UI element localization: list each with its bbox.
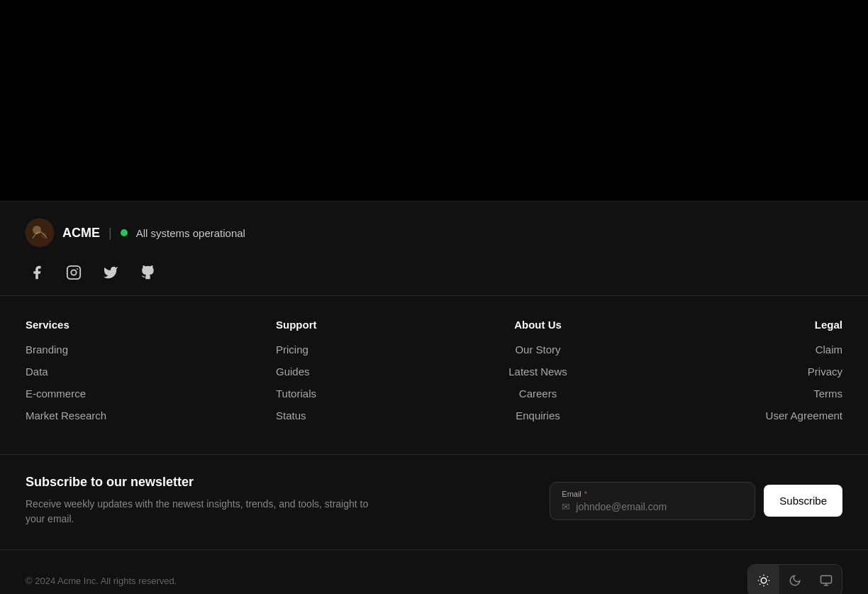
user-agreement-link[interactable]: User Agreement — [649, 409, 842, 422]
theme-switcher — [747, 564, 842, 594]
svg-line-14 — [767, 576, 768, 577]
copyright-text: © 2024 Acme Inc. All rights reserved. — [26, 576, 177, 586]
market-research-link[interactable]: Market Research — [26, 409, 219, 422]
guides-link[interactable]: Guides — [276, 365, 427, 378]
careers-link[interactable]: Careers — [441, 387, 635, 400]
tutorials-link[interactable]: Tutorials — [276, 387, 427, 400]
newsletter-title: Subscribe to our newsletter — [26, 475, 380, 490]
about-us-heading: About Us — [441, 319, 635, 331]
pricing-link[interactable]: Pricing — [276, 343, 427, 356]
latest-news-link[interactable]: Latest News — [441, 365, 635, 378]
ecommerce-link[interactable]: E-commerce — [26, 387, 219, 400]
enquiries-link[interactable]: Enquiries — [441, 409, 635, 422]
svg-point-5 — [77, 268, 78, 270]
brand-name: ACME — [62, 226, 100, 241]
footer-links-grid: Services Branding Data E-commerce Market… — [0, 296, 868, 455]
top-area — [0, 0, 868, 201]
privacy-link[interactable]: Privacy — [649, 365, 842, 378]
divider: | — [108, 226, 112, 241]
legal-column: Legal Claim Privacy Terms User Agreement — [649, 319, 842, 431]
subscribe-button[interactable]: Subscribe — [764, 485, 842, 517]
social-icons-row — [26, 261, 842, 284]
brand-row: ACME | All systems operational — [26, 219, 842, 247]
newsletter-left: Subscribe to our newsletter Receive week… — [26, 475, 380, 527]
required-marker: * — [584, 490, 587, 498]
svg-line-9 — [760, 576, 760, 577]
github-icon[interactable] — [136, 261, 159, 284]
footer-top: ACME | All systems operational — [0, 202, 868, 296]
legal-heading: Legal — [649, 319, 842, 331]
facebook-icon[interactable] — [26, 261, 48, 284]
our-story-link[interactable]: Our Story — [441, 343, 635, 356]
light-theme-button[interactable] — [748, 565, 779, 594]
newsletter-section: Subscribe to our newsletter Receive week… — [0, 455, 868, 550]
twitter-icon[interactable] — [99, 261, 122, 284]
terms-link[interactable]: Terms — [649, 387, 842, 400]
about-us-column: About Us Our Story Latest News Careers E… — [441, 319, 635, 431]
email-input-wrapper: Email * ✉ — [550, 482, 755, 520]
system-theme-button[interactable] — [811, 565, 842, 594]
instagram-icon[interactable] — [62, 261, 85, 284]
footer: ACME | All systems operational — [0, 201, 868, 594]
dark-theme-button[interactable] — [779, 565, 811, 594]
email-label: Email * — [562, 490, 743, 498]
data-link[interactable]: Data — [26, 365, 219, 378]
brand-logo — [26, 219, 54, 247]
status-link[interactable]: Status — [276, 409, 427, 422]
services-column: Services Branding Data E-commerce Market… — [26, 319, 219, 431]
newsletter-description: Receive weekly updates with the newest i… — [26, 497, 380, 527]
branding-link[interactable]: Branding — [26, 343, 219, 356]
email-field[interactable] — [576, 501, 743, 512]
email-input-row: ✉ — [562, 501, 743, 512]
support-column: Support Pricing Guides Tutorials Status — [233, 319, 427, 431]
services-heading: Services — [26, 319, 219, 331]
svg-rect-3 — [67, 266, 80, 279]
envelope-icon: ✉ — [562, 501, 570, 512]
claim-link[interactable]: Claim — [649, 343, 842, 356]
svg-point-6 — [761, 578, 767, 583]
svg-rect-15 — [821, 576, 832, 583]
svg-line-13 — [760, 584, 760, 585]
support-heading: Support — [276, 319, 427, 331]
status-indicator — [121, 229, 128, 236]
svg-point-4 — [71, 270, 76, 275]
newsletter-right: Email * ✉ Subscribe — [550, 482, 842, 520]
footer-bottom: © 2024 Acme Inc. All rights reserved. — [0, 550, 868, 594]
status-text: All systems operational — [136, 227, 245, 239]
svg-line-10 — [767, 584, 768, 585]
